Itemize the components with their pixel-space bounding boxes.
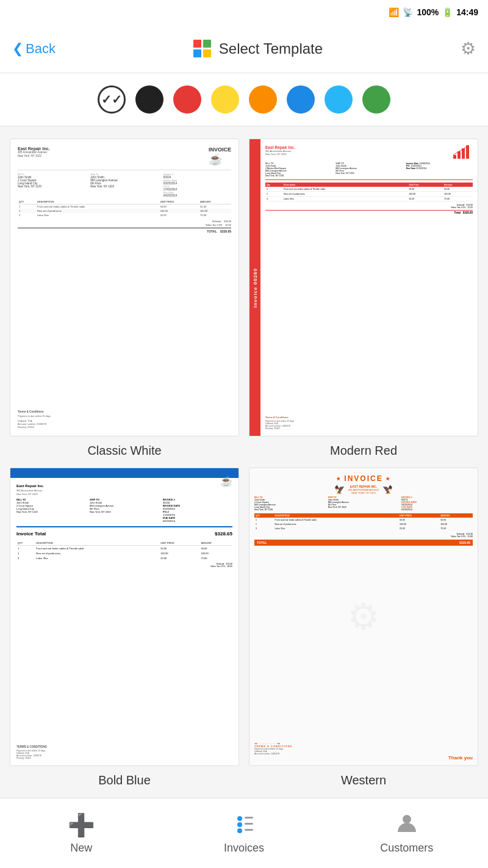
- nav-new[interactable]: ➕ New: [0, 812, 163, 855]
- chevron-left-icon: ❮: [12, 41, 23, 57]
- back-label[interactable]: Back: [26, 41, 56, 57]
- invoices-icon: [234, 812, 254, 838]
- template-card-western[interactable]: ⚙ ★ INVOICE ★ 🦅 EAST REPAIR INC. 465 AMS…: [249, 468, 478, 787]
- template-preview-western: ⚙ ★ INVOICE ★ 🦅 EAST REPAIR INC. 465 AMS…: [249, 468, 478, 765]
- time-label: 14:49: [456, 7, 478, 17]
- svg-point-5: [237, 816, 242, 821]
- svg-point-11: [403, 815, 411, 823]
- settings-button[interactable]: ⚙: [461, 38, 476, 59]
- color-blue[interactable]: [287, 85, 315, 114]
- wifi-icon: 📶: [389, 7, 399, 17]
- color-picker: ✓: [0, 73, 488, 126]
- svg-rect-9: [245, 823, 253, 825]
- color-orange[interactable]: [249, 85, 277, 114]
- template-card-modern-red[interactable]: Invoice 00260 East Repair Inc. 485 Amste…: [249, 139, 478, 458]
- template-preview-classic-white: East Repair Inc. 485 Amsterdam AvenueNew…: [10, 139, 239, 436]
- battery-icon: 🔋: [442, 7, 453, 17]
- logo-green: [203, 40, 211, 48]
- battery-label: 100%: [417, 7, 439, 17]
- svg-rect-3: [466, 145, 469, 159]
- logo-blue: [193, 49, 201, 57]
- template-name-classic-white: Classic White: [87, 444, 161, 458]
- svg-point-7: [237, 828, 242, 833]
- svg-rect-0: [453, 155, 456, 159]
- color-red[interactable]: [173, 85, 201, 114]
- svg-point-6: [237, 822, 242, 827]
- nav-customers[interactable]: Customers: [325, 812, 488, 855]
- new-icon: ➕: [68, 812, 95, 838]
- template-grid: East Repair Inc. 485 Amsterdam AvenueNew…: [0, 126, 488, 800]
- nav-invoices-label: Invoices: [224, 842, 264, 855]
- template-preview-modern-red: Invoice 00260 East Repair Inc. 485 Amste…: [249, 139, 478, 436]
- logo-yellow: [203, 49, 211, 57]
- nav-new-label: New: [70, 842, 92, 855]
- app-logo: [193, 40, 212, 58]
- signal-icon: 📡: [403, 7, 413, 17]
- template-name-western: Western: [341, 773, 386, 787]
- watermark: ⚙: [347, 595, 380, 638]
- header: ❮ Back Select Template ⚙: [0, 24, 488, 73]
- page-title: Select Template: [219, 40, 323, 57]
- header-title-area: Select Template: [193, 40, 323, 58]
- template-name-modern-red: Modern Red: [330, 444, 397, 458]
- color-green[interactable]: [362, 85, 390, 114]
- bottom-navigation: ➕ New Invoices Customers: [0, 798, 488, 868]
- svg-rect-10: [245, 829, 253, 831]
- color-yellow[interactable]: [211, 85, 239, 114]
- back-button[interactable]: ❮ Back: [12, 41, 56, 57]
- status-icons: 📶 📡 100% 🔋 14:49: [389, 7, 478, 17]
- color-white[interactable]: ✓: [98, 85, 126, 114]
- svg-rect-8: [245, 817, 253, 819]
- template-preview-bold-blue: East Repair Inc. 985 Amsterdam AvenueNew…: [10, 468, 239, 765]
- template-card-bold-blue[interactable]: East Repair Inc. 985 Amsterdam AvenueNew…: [10, 468, 239, 787]
- red-sidebar: Invoice 00260: [249, 139, 260, 436]
- color-black[interactable]: [135, 85, 163, 114]
- color-lightblue[interactable]: [325, 85, 353, 114]
- nav-invoices[interactable]: Invoices: [163, 812, 326, 855]
- svg-rect-2: [462, 148, 465, 159]
- nav-customers-label: Customers: [380, 842, 433, 855]
- template-card-classic-white[interactable]: East Repair Inc. 485 Amsterdam AvenueNew…: [10, 139, 239, 458]
- logo-red: [193, 40, 201, 48]
- customers-icon: [396, 812, 417, 838]
- status-bar: 📶 📡 100% 🔋 14:49: [0, 0, 488, 24]
- template-name-bold-blue: Bold Blue: [98, 773, 151, 787]
